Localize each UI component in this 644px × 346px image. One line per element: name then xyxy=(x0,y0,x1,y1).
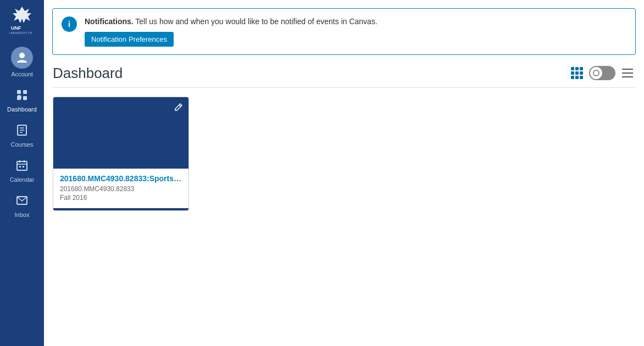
sidebar-item-dashboard[interactable]: Dashboard xyxy=(0,83,44,118)
dashboard-controls xyxy=(569,65,635,81)
person-icon xyxy=(16,52,28,64)
course-card-bar xyxy=(53,208,188,210)
list-icon xyxy=(622,68,633,78)
notification-text: Notifications. Tell us how and when you … xyxy=(85,16,377,47)
dashboard-icon xyxy=(15,88,29,104)
sidebar-item-courses-label: Courses xyxy=(11,141,34,148)
sidebar-item-calendar[interactable]: Calendar xyxy=(0,153,44,188)
card-edit-icon[interactable] xyxy=(174,103,183,114)
grid-icon xyxy=(571,67,583,79)
notification-title: Notifications. xyxy=(85,17,134,26)
course-card-body: 201680.MMC4930.82833:Sports ... 201680.M… xyxy=(53,169,188,208)
svg-text:UNF: UNF xyxy=(11,25,21,31)
svg-rect-4 xyxy=(23,90,27,94)
svg-point-7 xyxy=(17,95,21,99)
sidebar-item-dashboard-label: Dashboard xyxy=(7,106,37,113)
sidebar-item-inbox[interactable]: Inbox xyxy=(0,188,44,224)
courses-icon xyxy=(15,124,29,139)
course-card-code: 201680.MMC4930.82833 xyxy=(60,185,182,193)
svg-rect-17 xyxy=(23,166,24,168)
inbox-icon xyxy=(15,194,29,209)
calendar-icon xyxy=(15,159,29,174)
svg-point-2 xyxy=(19,53,25,58)
main-content: i Notifications. Tell us how and when yo… xyxy=(44,0,644,346)
cards-grid: 201680.MMC4930.82833:Sports ... 201680.M… xyxy=(44,88,644,220)
notification-banner: i Notifications. Tell us how and when yo… xyxy=(52,8,636,55)
sidebar-item-inbox-label: Inbox xyxy=(15,211,30,218)
svg-rect-16 xyxy=(19,166,21,168)
notification-message: Tell us how and when you would like to b… xyxy=(134,17,377,26)
svg-text:UNIVERSITY OF: UNIVERSITY OF xyxy=(9,31,33,35)
toggle-knob xyxy=(590,67,602,79)
course-card-header xyxy=(53,97,188,169)
page-title: Dashboard xyxy=(53,65,123,82)
sidebar-item-account-label: Account xyxy=(11,71,33,77)
avatar xyxy=(11,47,33,69)
sidebar-item-calendar-label: Calendar xyxy=(10,176,35,183)
info-icon: i xyxy=(62,16,77,32)
sidebar: UNF UNIVERSITY OF Account Dashboard xyxy=(0,0,44,346)
notification-preferences-button[interactable]: Notification Preferences xyxy=(85,32,174,47)
course-card[interactable]: 201680.MMC4930.82833:Sports ... 201680.M… xyxy=(53,97,189,211)
sidebar-logo: UNF UNIVERSITY OF xyxy=(0,0,44,41)
course-card-term: Fall 2016 xyxy=(60,194,182,202)
unf-logo-icon: UNF UNIVERSITY OF xyxy=(8,5,36,36)
course-card-name[interactable]: 201680.MMC4930.82833:Sports ... xyxy=(60,174,182,183)
dashboard-header: Dashboard xyxy=(44,55,644,87)
svg-line-22 xyxy=(179,105,181,107)
svg-rect-12 xyxy=(17,161,27,170)
svg-rect-3 xyxy=(17,90,21,94)
grid-view-button[interactable] xyxy=(569,65,585,81)
colorblind-toggle[interactable] xyxy=(589,66,615,80)
sidebar-item-courses[interactable]: Courses xyxy=(0,118,44,153)
list-view-button[interactable] xyxy=(620,65,635,81)
toggle-inner xyxy=(593,70,599,76)
sidebar-item-account[interactable]: Account xyxy=(0,41,44,83)
